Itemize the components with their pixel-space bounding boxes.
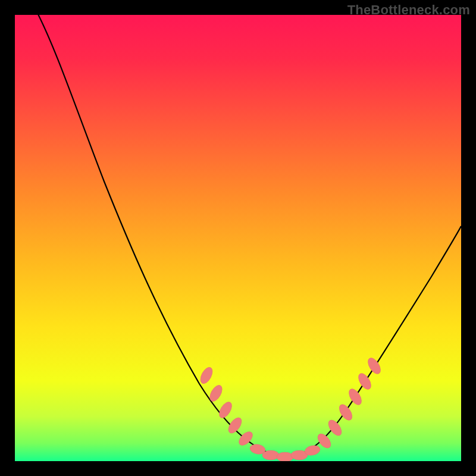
marker — [277, 452, 293, 461]
chart-frame: TheBottleneck.com — [0, 0, 476, 476]
gradient-background — [15, 15, 461, 461]
watermark-label: TheBottleneck.com — [347, 2, 470, 18]
chart-svg — [15, 15, 461, 461]
plot-area — [15, 15, 461, 461]
marker — [262, 450, 279, 460]
